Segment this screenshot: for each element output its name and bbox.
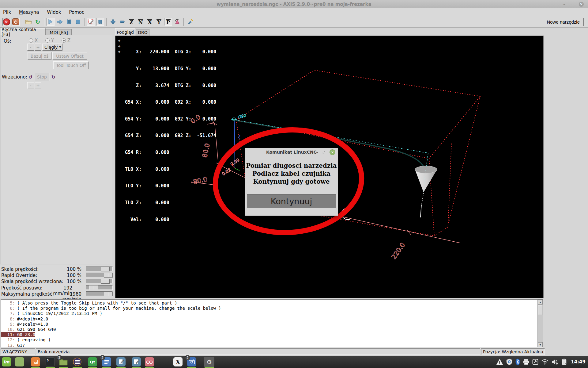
taskbar-settings[interactable]: ⚙ — [204, 357, 214, 367]
gcode-listing[interactable]: 5:( Also press the Toggle Skip Lines wit… — [1, 299, 543, 347]
bluetooth-icon[interactable] — [515, 358, 520, 365]
taskbar-qt[interactable]: Qt — [87, 357, 98, 367]
gcode-line[interactable]: 7:( LinuxCNC 19/1/2012 2:13:51 PM ) — [1, 311, 543, 316]
slider-handle[interactable] — [89, 286, 98, 290]
reload-file-button[interactable]: ↻ — [34, 18, 42, 26]
optional-pause-button[interactable] — [96, 18, 104, 26]
rapid-override-slider[interactable] — [86, 273, 113, 277]
taskbar-terminal[interactable]: $_ — [45, 357, 55, 367]
menu-maszyna[interactable]: Maszyna — [19, 10, 39, 15]
menu-widok[interactable]: Widok — [47, 10, 61, 15]
taskbar-screenshot[interactable]: 2 — [187, 357, 197, 367]
spindle-plus-button[interactable]: + — [35, 82, 41, 89]
open-file-button[interactable] — [24, 18, 32, 26]
jog-minus-button[interactable]: - — [27, 44, 34, 51]
gcode-scrollbar[interactable]: ▲ ▼ — [537, 300, 543, 347]
jog-speed-slider[interactable] — [86, 285, 113, 290]
toggle-skip-lines-button[interactable] — [87, 18, 95, 26]
tool-touch-off-button[interactable]: Tool Touch Off — [53, 61, 89, 69]
view-z-rotated-button[interactable]: N — [137, 18, 145, 26]
clear-plot-button[interactable] — [186, 18, 194, 26]
spindle-minus-button[interactable]: - — [27, 82, 34, 89]
menu-plik[interactable]: Plik — [3, 10, 11, 15]
window-minimize-button[interactable]: – — [563, 2, 565, 6]
spindle-ccw-button[interactable]: ↺ — [27, 73, 34, 81]
run-step-button[interactable] — [56, 18, 64, 26]
wifi-icon[interactable] — [541, 359, 548, 365]
set-offset-button[interactable]: Ustaw Offset — [52, 52, 87, 60]
zoom-in-button[interactable] — [109, 18, 117, 26]
estop-button[interactable]: × — [2, 18, 10, 26]
jog-mode-combobox[interactable]: Ciągły ▼ — [42, 44, 62, 51]
taskbar-mint-menu[interactable]: lm — [1, 357, 12, 367]
gcode-line[interactable]: 6:( If the program is too big or small f… — [1, 306, 543, 311]
scroll-up-arrow[interactable]: ▲ — [538, 300, 543, 305]
slider-handle[interactable] — [104, 292, 113, 296]
gcode-line[interactable]: 13:G17 — [1, 343, 543, 348]
slider-handle[interactable] — [101, 279, 110, 284]
pause-button[interactable] — [65, 18, 73, 26]
rotate-view-button[interactable] — [173, 18, 181, 26]
slider-handle[interactable] — [104, 273, 113, 278]
dialog-close-button[interactable]: × — [330, 149, 335, 155]
gcode-line[interactable]: 12:( engraving ) — [1, 337, 543, 343]
stop-button[interactable] — [74, 18, 82, 26]
printer-icon[interactable] — [523, 359, 530, 365]
gcode-line[interactable]: 10:G21 G90 G64 G40 — [1, 327, 543, 332]
update-shield-icon[interactable] — [506, 358, 513, 365]
tab-manual-control[interactable]: Ręczna kontrola [F3] — [1, 28, 46, 35]
max-velocity-slider[interactable] — [86, 291, 113, 296]
preview-canvas[interactable]: 0.0 80.0 2.99 0.02 -80.0 220.0 G92 — [115, 36, 544, 298]
home-axis-button[interactable]: Bazuj oś — [28, 52, 51, 60]
spindle-cw-button[interactable]: ↻ — [50, 73, 57, 81]
scroll-down-arrow[interactable]: ▼ — [538, 342, 543, 347]
taskbar-editor-1[interactable] — [116, 357, 126, 367]
taskbar-document-viewer[interactable] — [144, 357, 155, 367]
axis-radio-y[interactable]: Y — [45, 38, 54, 43]
gcode-line-active[interactable]: 11:G0 Z3.0 — [1, 332, 35, 337]
continue-button[interactable]: Kontynuuj — [247, 194, 336, 208]
taskbar-show-desktop[interactable] — [14, 357, 25, 367]
axis-radio-x[interactable]: X — [29, 38, 38, 43]
view-z-button[interactable]: Z — [127, 18, 135, 26]
dialog-minimize-button[interactable]: – — [316, 150, 318, 155]
taskbar-eclipse[interactable] — [72, 357, 82, 367]
taskbar-firefox[interactable] — [30, 357, 41, 367]
jog-plus-button[interactable]: + — [35, 44, 41, 51]
scrollbar-thumb[interactable] — [538, 305, 542, 315]
tab-mdi[interactable]: MDI [F5] — [46, 29, 72, 35]
dialog-titlebar[interactable]: Komunikat LinuxCNC – × — [245, 148, 338, 156]
axis-radio-z[interactable]: Z — [62, 38, 70, 43]
clipboard-icon[interactable] — [561, 358, 567, 365]
window-restore-button[interactable] — [570, 2, 574, 6]
tab-dro[interactable]: DRO — [136, 29, 149, 36]
volume-muted-icon[interactable] — [551, 359, 559, 365]
taskbar-document[interactable]: 2 — [101, 357, 112, 367]
removable-media-icon[interactable] — [532, 359, 538, 365]
gcode-line[interactable]: 8:#<depth>=2.0 — [1, 316, 543, 322]
run-program-button[interactable] — [47, 18, 55, 26]
machine-power-button[interactable] — [12, 18, 20, 26]
tab-preview[interactable]: Podgląd — [115, 28, 135, 36]
view-perspective-button[interactable]: P — [164, 18, 172, 26]
taskbar-files[interactable]: 3 — [58, 357, 69, 367]
taskbar-clock[interactable]: 14:49 — [571, 359, 586, 365]
gcode-line[interactable]: 5:( Also press the Toggle Skip Lines wit… — [1, 301, 543, 306]
spindle-override-slider[interactable] — [86, 279, 113, 283]
taskbar-editor-2[interactable] — [131, 357, 141, 367]
zoom-out-button[interactable] — [118, 18, 126, 26]
new-tool-button[interactable]: Nowe narzędzie — [543, 18, 584, 26]
gcode-line[interactable]: 9:#<scale>=1.0 — [1, 322, 543, 327]
menu-pomoc[interactable]: Pomoc — [69, 10, 85, 15]
window-close-button[interactable]: × — [579, 2, 584, 7]
window-titlebar[interactable]: wymiana_narzedzia.ngc - AXIS 2.9.0~pre0 … — [0, 0, 588, 8]
taskbar-latex[interactable]: X — [173, 357, 183, 367]
view-y-button[interactable]: Y — [155, 18, 163, 26]
warning-icon[interactable] — [496, 358, 503, 365]
spindle-stop-button[interactable]: Stop — [35, 73, 49, 81]
feed-override-slider[interactable] — [86, 266, 113, 271]
view-x-button[interactable]: X — [146, 18, 154, 26]
gcode-line-number: 10: — [1, 327, 17, 332]
dialog-restore-button[interactable] — [322, 149, 326, 155]
slider-handle[interactable] — [101, 267, 110, 271]
